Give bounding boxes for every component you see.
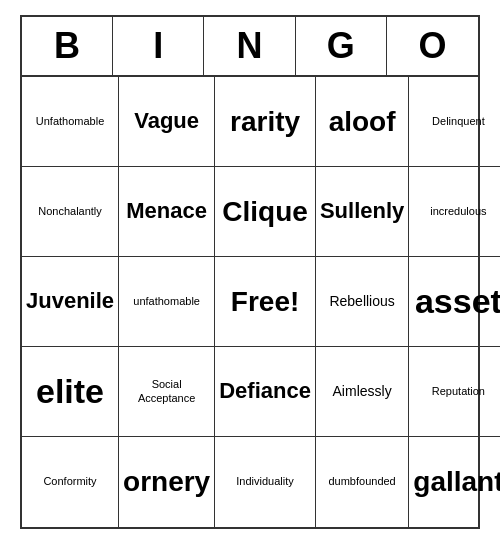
cell-text: Juvenile (26, 288, 114, 314)
header-letter: G (296, 17, 387, 75)
cell-text: Menace (126, 198, 207, 224)
cell-text: Reputation (432, 385, 485, 398)
cell-text: Rebellious (329, 293, 394, 310)
cell-text: Aimlessly (333, 383, 392, 400)
cell-text: Free! (231, 285, 299, 319)
bingo-cell[interactable]: Conformity (22, 437, 119, 527)
header-letter: O (387, 17, 478, 75)
bingo-cell[interactable]: Rebellious (316, 257, 409, 347)
cell-text: dumbfounded (328, 475, 395, 488)
cell-text: ornery (123, 465, 210, 499)
cell-text: gallant (413, 465, 500, 499)
bingo-cell[interactable]: Vague (119, 77, 215, 167)
cell-text: Delinquent (432, 115, 485, 128)
cell-text: Vague (134, 108, 199, 134)
bingo-cell[interactable]: Menace (119, 167, 215, 257)
bingo-cell[interactable]: dumbfounded (316, 437, 409, 527)
cell-text: Clique (222, 195, 308, 229)
bingo-cell[interactable]: Juvenile (22, 257, 119, 347)
cell-text: Defiance (219, 378, 311, 404)
bingo-cell[interactable]: Clique (215, 167, 316, 257)
cell-text: Unfathomable (36, 115, 105, 128)
bingo-cell[interactable]: Aimlessly (316, 347, 409, 437)
bingo-cell[interactable]: gallant (409, 437, 500, 527)
bingo-cell[interactable]: Social Acceptance (119, 347, 215, 437)
bingo-cell[interactable]: Nonchalantly (22, 167, 119, 257)
bingo-cell[interactable]: Delinquent (409, 77, 500, 167)
cell-text: rarity (230, 105, 300, 139)
bingo-cell[interactable]: Unfathomable (22, 77, 119, 167)
header-letter: I (113, 17, 204, 75)
bingo-header: BINGO (22, 17, 478, 77)
cell-text: Nonchalantly (38, 205, 102, 218)
bingo-grid: UnfathomableVaguerarityaloofDelinquentNo… (22, 77, 478, 527)
cell-text: Social Acceptance (123, 378, 210, 404)
cell-text: aloof (329, 105, 396, 139)
header-letter: N (204, 17, 295, 75)
bingo-card: BINGO UnfathomableVaguerarityaloofDelinq… (20, 15, 480, 529)
bingo-cell[interactable]: unfathomable (119, 257, 215, 347)
bingo-cell[interactable]: Individuality (215, 437, 316, 527)
bingo-cell[interactable]: Defiance (215, 347, 316, 437)
cell-text: Individuality (236, 475, 293, 488)
bingo-cell[interactable]: Reputation (409, 347, 500, 437)
cell-text: incredulous (430, 205, 486, 218)
bingo-cell[interactable]: asset (409, 257, 500, 347)
bingo-cell[interactable]: rarity (215, 77, 316, 167)
bingo-cell[interactable]: ornery (119, 437, 215, 527)
cell-text: Conformity (43, 475, 96, 488)
bingo-cell[interactable]: incredulous (409, 167, 500, 257)
bingo-cell[interactable]: Free! (215, 257, 316, 347)
cell-text: elite (36, 371, 104, 412)
header-letter: B (22, 17, 113, 75)
cell-text: Sullenly (320, 198, 404, 224)
bingo-cell[interactable]: elite (22, 347, 119, 437)
bingo-cell[interactable]: Sullenly (316, 167, 409, 257)
bingo-cell[interactable]: aloof (316, 77, 409, 167)
cell-text: asset (415, 281, 500, 322)
cell-text: unfathomable (133, 295, 200, 308)
